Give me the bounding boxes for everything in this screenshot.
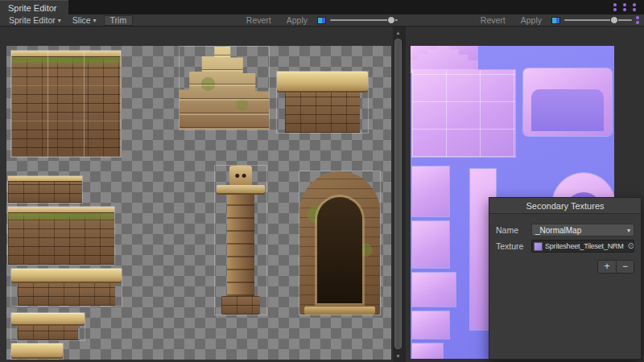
secondary-textures-panel: Secondary Textures Name _NormalMap ▾ Tex… xyxy=(489,197,642,360)
normalmap-strip-5[interactable] xyxy=(412,343,443,359)
toolbar-left-pane-controls: Revert Apply xyxy=(241,14,398,26)
sprite-platform-base xyxy=(285,93,360,133)
sprite-strip-cap xyxy=(8,176,82,182)
secondary-textures-fields: Name _NormalMap ▾ Texture Spritesheet_Ti… xyxy=(489,214,641,253)
window-dots-icon xyxy=(613,3,617,11)
window-dots-icon xyxy=(633,3,636,11)
toolbar-left-group: Sprite Editor ▾ Slice ▾ Trim xyxy=(3,14,133,26)
sprite-editor-mode-label: Sprite Editor xyxy=(9,15,56,25)
remove-secondary-texture-button[interactable]: − xyxy=(616,261,634,273)
normalmap-stairs[interactable] xyxy=(411,46,478,73)
texture-label: Texture xyxy=(496,241,531,251)
normalmap-platform-base xyxy=(531,89,604,131)
window-dots-icon xyxy=(623,3,626,11)
sprite-pillar-totem[interactable] xyxy=(215,166,266,315)
sprite-platform-thin-3[interactable] xyxy=(11,343,63,359)
zoom-slider-knob[interactable] xyxy=(610,16,618,24)
scroll-down-icon[interactable]: ▼ xyxy=(393,351,403,361)
sprite-sheet-viewport[interactable] xyxy=(6,46,391,360)
sprite-wall-large[interactable] xyxy=(11,51,121,157)
zoom-slider-track[interactable] xyxy=(564,19,632,21)
scrollbar-thumb[interactable] xyxy=(394,39,402,349)
normalmap-wall-large[interactable] xyxy=(412,70,515,157)
sprite-editor-mode-dropdown[interactable]: Sprite Editor ▾ xyxy=(3,14,67,26)
apply-button[interactable]: Apply xyxy=(281,14,313,26)
sprite-platform-large[interactable] xyxy=(277,72,368,133)
slice-label: Slice xyxy=(72,15,91,25)
texture-value: Spritesheet_Tileset_NRM xyxy=(545,242,624,250)
trim-label: Trim xyxy=(110,15,127,25)
sprite-editor-window: Sprite Editor Sprite Editor ▾ Slice ▾ Tr… xyxy=(0,0,644,362)
sprite-platform-thin-1[interactable] xyxy=(11,269,122,306)
sprite-platform-slab xyxy=(11,313,85,326)
name-row: Name _NormalMap ▾ xyxy=(496,224,634,237)
texture-object-field[interactable]: Spritesheet_Tileset_NRM ⊙ xyxy=(531,240,634,253)
sprite-pillar-collar xyxy=(217,185,265,195)
name-label: Name xyxy=(496,225,531,235)
sprite-editor-tab-label: Sprite Editor xyxy=(8,3,57,13)
apply-label: Apply xyxy=(521,15,542,25)
window-titlebar: Sprite Editor xyxy=(0,0,644,14)
sprite-strip-bricks xyxy=(8,182,82,203)
name-value: _NormalMap xyxy=(535,226,581,235)
color-channel-toggle-icon[interactable] xyxy=(551,17,560,24)
sprite-door-arch[interactable] xyxy=(299,171,380,315)
name-dropdown[interactable]: _NormalMap ▾ xyxy=(531,224,634,237)
chevron-down-icon: ▾ xyxy=(58,17,61,24)
sprite-wall-bricks xyxy=(11,57,121,157)
sprite-editor-tab[interactable]: Sprite Editor xyxy=(0,0,68,14)
sprite-strip-bricks xyxy=(8,213,114,265)
add-remove-toolbar: + − xyxy=(597,260,634,274)
revert-button[interactable]: Revert xyxy=(241,14,277,26)
normalmap-platform-large[interactable] xyxy=(523,68,612,136)
sprite-platform-base xyxy=(18,283,115,306)
zoom-slider[interactable] xyxy=(330,14,398,26)
sprite-stairs[interactable] xyxy=(180,47,269,130)
normalmap-stairs-shape xyxy=(411,46,478,73)
window-controls xyxy=(613,3,636,11)
add-secondary-texture-button[interactable]: + xyxy=(598,261,616,273)
trim-button[interactable]: Trim xyxy=(104,15,134,26)
apply-label: Apply xyxy=(287,15,308,25)
normalmap-strip-4[interactable] xyxy=(412,311,449,339)
sprite-platform-thin-2[interactable] xyxy=(11,313,85,340)
zoom-slider-knob[interactable] xyxy=(387,16,395,24)
zoom-slider-secondary[interactable] xyxy=(564,14,632,26)
chevron-down-icon: ▾ xyxy=(93,17,97,24)
apply-button-secondary[interactable]: Apply xyxy=(515,14,547,26)
chevron-down-icon: ▾ xyxy=(627,227,630,234)
sprite-platform-base xyxy=(18,326,78,340)
normalmap-strip-1[interactable] xyxy=(412,167,449,216)
sprite-door-opening xyxy=(317,197,362,303)
sprite-platform-slab xyxy=(11,269,122,283)
sprite-door-step xyxy=(304,306,375,315)
sprite-wall-strip-1[interactable] xyxy=(8,176,82,203)
vertical-scrollbar[interactable]: ▲ ▼ xyxy=(393,27,403,362)
revert-button-secondary[interactable]: Revert xyxy=(475,14,511,26)
normalmap-strip-3[interactable] xyxy=(412,273,456,306)
sprite-editor-toolbar: Sprite Editor ▾ Slice ▾ Trim Revert Appl… xyxy=(0,14,644,27)
window-dots-icon xyxy=(636,16,639,24)
slice-grid-lines xyxy=(412,70,515,157)
sprite-pillar-shaft xyxy=(227,195,254,296)
secondary-textures-title: Secondary Textures xyxy=(489,198,641,214)
texture-thumbnail xyxy=(534,242,543,251)
scroll-up-icon[interactable]: ▲ xyxy=(393,27,403,38)
sprite-wall-cap xyxy=(11,51,121,57)
color-channel-toggle-icon[interactable] xyxy=(317,17,326,24)
texture-view-pane: ▲ ▼ xyxy=(0,27,404,362)
sprite-wall-strip-2[interactable] xyxy=(8,207,114,265)
object-picker-icon[interactable]: ⊙ xyxy=(626,241,634,251)
sprite-stairs-shape xyxy=(180,47,269,130)
revert-label: Revert xyxy=(481,15,506,25)
texture-row: Texture Spritesheet_Tileset_NRM ⊙ xyxy=(496,240,634,253)
sprite-strip-cap xyxy=(8,207,114,213)
normalmap-strip-2[interactable] xyxy=(412,221,449,268)
sprite-platform-slab xyxy=(277,72,368,93)
revert-label: Revert xyxy=(246,15,271,25)
toolbar-right-pane-controls: Revert Apply xyxy=(475,14,639,26)
secondary-textures-footer: + − xyxy=(489,256,641,278)
sprite-pillar-head xyxy=(229,166,252,187)
slice-dropdown[interactable]: Slice ▾ xyxy=(67,14,102,26)
sprite-pillar-base xyxy=(221,296,260,315)
